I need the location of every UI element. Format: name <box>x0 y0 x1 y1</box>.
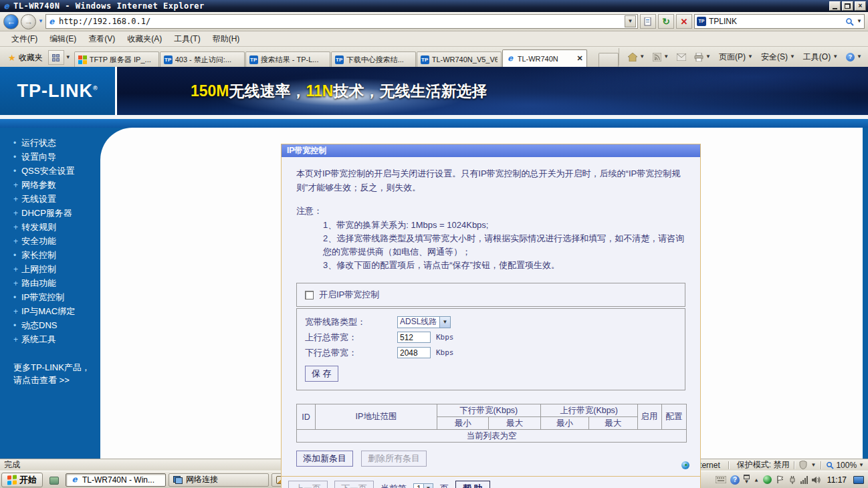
tplink-favicon-icon: TP <box>697 17 706 26</box>
menu-item[interactable]: 帮助(H) <box>207 32 246 46</box>
sidebar-item-active[interactable]: •IP带宽控制 <box>0 290 100 304</box>
security-report-button[interactable]: ▼ <box>799 461 816 469</box>
explorer-quicklaunch-icon[interactable] <box>48 475 60 485</box>
sidebar-item[interactable]: +DHCP服务器 <box>0 206 100 220</box>
sidebar-item[interactable]: +IP与MAC绑定 <box>0 304 100 318</box>
taskbar-task-button[interactable]: TL-WR740N - Win... <box>66 473 166 487</box>
taskbar-task-button[interactable]: 网络连接 <box>169 473 269 487</box>
add-entry-button[interactable]: 添加新条目 <box>296 451 353 467</box>
language-bar-icon[interactable]: ▼ <box>744 475 750 485</box>
search-icon[interactable] <box>845 17 854 26</box>
search-dropdown[interactable]: ▼ <box>857 19 862 24</box>
star-icon: ★ <box>8 53 16 63</box>
sidebar-item[interactable]: +安全功能 <box>0 234 100 248</box>
browser-tab[interactable]: TFTP 服务器 IP_... <box>74 51 159 67</box>
tab-bar: ★ 收藏夹 ▼ TFTP 服务器 IP_...TP403 - 禁止访问:...T… <box>0 47 868 67</box>
search-box[interactable]: TP TPLINK ▼ <box>694 14 865 29</box>
menu-item[interactable]: 查看(V) <box>82 32 121 46</box>
search-input[interactable]: TPLINK <box>709 17 843 26</box>
rules-table: ID IP地址范围 下行带宽(Kbps) 上行带宽(Kbps) 启用 配置 最小… <box>296 404 687 443</box>
zoom-control[interactable]: 100% ▼ <box>826 461 864 470</box>
menu-item[interactable]: 收藏夹(A) <box>121 32 168 46</box>
browser-tab[interactable]: TP403 - 禁止访问:... <box>160 51 245 67</box>
sidebar-item[interactable]: •家长控制 <box>0 248 100 262</box>
sidebar-item[interactable]: +无线设置 <box>0 192 100 206</box>
sidebar-item[interactable]: •设置向导 <box>0 150 100 164</box>
power-plug-icon[interactable] <box>788 475 796 484</box>
display-icon[interactable] <box>853 476 864 484</box>
back-button[interactable]: ← <box>3 14 19 29</box>
browser-tab[interactable]: TPTL-WR740N_V5_V6... <box>417 51 502 67</box>
volume-icon[interactable] <box>812 476 821 484</box>
sidebar-item[interactable]: •QSS安全设置 <box>0 164 100 178</box>
home-button[interactable]: ▼ <box>625 51 648 64</box>
stop-button[interactable]: ✕ <box>676 14 692 29</box>
upstream-input[interactable]: 512 <box>397 332 431 343</box>
internet-zone-icon <box>681 461 689 469</box>
favorites-button[interactable]: ★ 收藏夹 <box>3 49 48 66</box>
show-hidden-icons-chevron[interactable]: ▼ <box>754 477 759 483</box>
downstream-input[interactable]: 2048 <box>397 347 431 358</box>
keyboard-icon[interactable] <box>716 476 726 483</box>
col-downstream: 下行带宽(Kbps) <box>437 404 541 417</box>
print-button[interactable]: ▼ <box>691 51 714 64</box>
command-bar: ▼ ▼ ▼ 页面(P)▼ 安全(S)▼ 工具(O)▼ ?▼ <box>619 48 865 66</box>
current-page-suffix: 页 <box>440 483 449 488</box>
help-menu-button[interactable]: ?▼ <box>843 51 865 64</box>
enable-bandwidth-checkbox[interactable] <box>305 291 314 299</box>
network-signal-icon[interactable] <box>800 476 808 484</box>
browser-tab[interactable]: TL-WR740N✕ <box>502 49 587 67</box>
new-tab-button[interactable] <box>599 53 619 67</box>
menu-bar: 文件(F)编辑(E)查看(V)收藏夹(A)工具(T)帮助(H) <box>0 31 868 47</box>
mail-icon <box>677 53 686 61</box>
browser-tab[interactable]: TP下载中心搜索结... <box>331 51 416 67</box>
sidebar-item[interactable]: +转发规则 <box>0 220 100 234</box>
line-type-select[interactable]: ADSL线路 ▼ <box>397 316 451 328</box>
browser-tab[interactable]: TP搜索结果 - TP-L... <box>245 51 330 67</box>
sidebar-item[interactable]: +系统工具 <box>0 332 100 346</box>
menu-item[interactable]: 文件(F) <box>5 32 43 46</box>
url-text[interactable]: http://192.168.0.1/ <box>59 17 622 26</box>
save-button[interactable]: 保 存 <box>305 366 338 382</box>
sidebar-item[interactable]: +网络参数 <box>0 178 100 192</box>
action-center-flag-icon[interactable] <box>776 475 784 484</box>
feeds-button[interactable]: ▼ <box>649 51 672 64</box>
sidebar-item[interactable]: +路由功能 <box>0 276 100 290</box>
menu-item[interactable]: 编辑(E) <box>43 32 82 46</box>
recent-pages-dropdown[interactable]: ▼ <box>38 19 43 24</box>
slogan-segment: 11N <box>306 82 334 100</box>
sidebar-more-link[interactable]: 更多TP-LINK产品，请点击查看 >> <box>0 361 100 386</box>
safety-menu-button[interactable]: 安全(S)▼ <box>758 49 798 65</box>
sidebar-item[interactable]: •运行状态 <box>0 136 100 150</box>
sidebar-item[interactable]: •动态DNS <box>0 318 100 332</box>
slogan-segment: 150M <box>191 82 229 100</box>
minimize-button[interactable] <box>829 1 841 11</box>
url-field[interactable]: http://192.168.0.1/ ▼ <box>45 14 638 29</box>
sidebar-item[interactable]: +上网控制 <box>0 262 100 276</box>
quick-tabs-button[interactable] <box>48 50 64 65</box>
url-dropdown-button[interactable]: ▼ <box>625 15 636 27</box>
help-button[interactable]: 帮 助 <box>455 481 490 488</box>
tab-list-dropdown[interactable]: ▼ <box>64 50 72 65</box>
clock[interactable]: 11:17 <box>827 475 847 485</box>
help-tray-icon[interactable]: ? <box>730 475 740 485</box>
refresh-button[interactable]: ↻ <box>658 14 674 29</box>
forward-button[interactable]: → <box>21 14 36 29</box>
tools-menu-button[interactable]: 工具(O)▼ <box>800 49 841 65</box>
page-select[interactable]: 1 ▼ <box>413 483 433 488</box>
start-button[interactable]: 开始 <box>1 473 43 487</box>
tab-close-icon[interactable]: ✕ <box>576 54 582 63</box>
sidebar-bullet-icon: + <box>13 335 21 344</box>
system-tray: ? ▼ ▼ 11:17 <box>716 475 867 485</box>
restore-button[interactable] <box>842 1 853 11</box>
select-dropdown-icon[interactable]: ▼ <box>439 317 450 328</box>
compatibility-view-button[interactable] <box>640 14 656 29</box>
page-menu-button[interactable]: 页面(P)▼ <box>716 49 756 65</box>
sidebar-bullet-icon: + <box>13 180 21 190</box>
idm-tray-icon[interactable] <box>763 475 772 484</box>
tab-label: 下载中心搜索结... <box>346 55 412 65</box>
close-button[interactable]: × <box>855 1 866 11</box>
read-mail-button[interactable] <box>673 51 689 63</box>
menu-item[interactable]: 工具(T) <box>168 32 206 46</box>
task-label: TL-WR740N - Win... <box>82 475 154 485</box>
